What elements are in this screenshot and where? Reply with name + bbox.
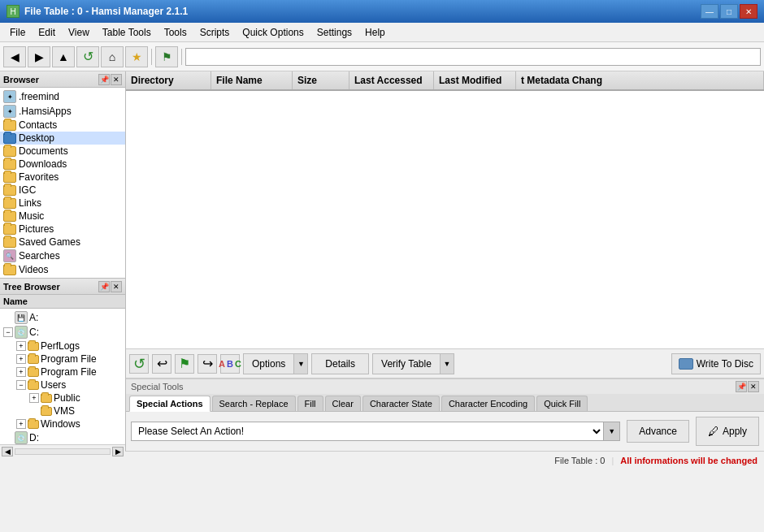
undo-button[interactable]: ↩ (152, 354, 171, 374)
browser-item-links[interactable]: Links (0, 197, 125, 210)
flag-table-button[interactable]: ⚑ (175, 354, 194, 374)
browser-item-freemind[interactable]: ✦ .freemind (0, 89, 125, 104)
expand-public-button[interactable]: + (29, 393, 39, 403)
tree-browser-close-button[interactable]: ✕ (111, 281, 122, 292)
col-size[interactable]: Size (293, 71, 349, 89)
table-header: Directory File Name Size Last Accessed L… (126, 71, 764, 91)
tree-browser-pin-button[interactable]: 📌 (98, 281, 110, 292)
maximize-button[interactable]: □ (720, 4, 738, 19)
menu-view[interactable]: View (62, 24, 96, 41)
options-dropdown: Options ▼ (243, 353, 308, 374)
tab-fill[interactable]: Fill (297, 396, 323, 411)
special-tools-pin-button[interactable]: 📌 (736, 381, 747, 392)
browser-item-pictures[interactable]: Pictures (0, 223, 125, 236)
tree-browser-content[interactable]: 💾 A: − 💿 C: + PerfLogs + (0, 309, 125, 444)
expand-perflogs-button[interactable]: + (16, 341, 26, 351)
browser-item-favorites[interactable]: Favorites (0, 171, 125, 184)
special-tools-tabs: Special Actions Search - Replace Fill Cl… (126, 394, 764, 412)
hamsiapps-icon: ✦ (3, 105, 16, 118)
browser-item-videos[interactable]: Videos (0, 263, 125, 276)
scroll-left-button[interactable]: ◀ (2, 447, 13, 456)
col-last-accessed[interactable]: Last Accessed (349, 71, 434, 89)
special-tools-close-button[interactable]: ✕ (748, 381, 759, 392)
tab-clear[interactable]: Clear (325, 396, 361, 411)
tree-node-programfiles2[interactable]: + Program File (0, 365, 125, 378)
tree-node-vms[interactable]: VMS (0, 404, 125, 417)
menu-edit[interactable]: Edit (32, 24, 62, 41)
browser-item-searches[interactable]: 🔍 Searches (0, 249, 125, 263)
tree-node-a[interactable]: 💾 A: (0, 310, 125, 325)
refresh-button[interactable]: ↺ (76, 46, 99, 67)
browser-item-contacts[interactable]: Contacts (0, 119, 125, 132)
menu-quick-options[interactable]: Quick Options (236, 24, 310, 41)
table-body[interactable] (126, 91, 764, 348)
redo-button[interactable]: ↪ (198, 354, 217, 374)
home-button[interactable]: ⌂ (101, 46, 124, 67)
browser-item-downloads[interactable]: Downloads (0, 158, 125, 171)
tree-node-perflogs[interactable]: + PerfLogs (0, 340, 125, 353)
advance-button[interactable]: Advance (627, 420, 689, 443)
action-select[interactable]: Please Select An Action! (131, 422, 604, 441)
options-button[interactable]: Options (243, 353, 293, 374)
verify-button[interactable]: Verify Table (372, 353, 440, 374)
scroll-right-button[interactable]: ▶ (112, 447, 124, 456)
browser-item-music[interactable]: Music (0, 210, 125, 223)
tab-quick-fill[interactable]: Quick Fill (536, 396, 588, 411)
close-button[interactable]: ✕ (740, 4, 757, 19)
tree-node-c[interactable]: − 💿 C: (0, 325, 125, 340)
minimize-button[interactable]: — (701, 4, 718, 19)
abc-button[interactable]: ABC (220, 354, 240, 374)
menu-tools[interactable]: Tools (158, 24, 193, 41)
browser-item-saved-games[interactable]: Saved Games (0, 236, 125, 249)
tree-node-programfiles1[interactable]: + Program File (0, 353, 125, 365)
browser-item-documents[interactable]: Documents (0, 145, 125, 158)
perflogs-folder-icon (28, 342, 39, 351)
expand-pf2-button[interactable]: + (16, 367, 26, 377)
browser-close-button[interactable]: ✕ (111, 74, 122, 85)
browser-item-desktop[interactable]: Desktop (0, 132, 125, 145)
expand-c-button[interactable]: − (3, 327, 13, 337)
action-dropdown-button[interactable]: ▼ (604, 422, 620, 441)
up-button[interactable]: ▲ (52, 46, 75, 67)
col-directory[interactable]: Directory (126, 71, 211, 89)
apply-button[interactable]: 🖊 Apply (696, 417, 759, 446)
browser-pin-button[interactable]: 📌 (98, 74, 110, 85)
tab-character-encoding[interactable]: Character Encoding (441, 396, 535, 411)
col-filename[interactable]: File Name (211, 71, 293, 89)
expand-pf1-button[interactable]: + (16, 354, 26, 364)
tree-node-public[interactable]: + Public (0, 391, 125, 404)
scroll-track[interactable] (15, 448, 111, 455)
options-dropdown-arrow[interactable]: ▼ (293, 353, 308, 374)
forward-button[interactable]: ▶ (28, 46, 50, 67)
verify-dropdown-arrow[interactable]: ▼ (440, 353, 454, 374)
write-to-disc-button[interactable]: Write To Disc (671, 353, 761, 374)
favorites-folder-icon (3, 172, 16, 183)
menu-file[interactable]: File (3, 24, 32, 41)
refresh-table-button[interactable]: ↺ (129, 354, 149, 374)
col-last-modified[interactable]: Last Modified (434, 71, 516, 89)
menu-scripts[interactable]: Scripts (193, 24, 237, 41)
horizontal-scrollbar[interactable]: ◀ ▶ (0, 444, 125, 457)
menu-settings[interactable]: Settings (310, 24, 358, 41)
expand-users-button[interactable]: − (16, 380, 26, 390)
back-button[interactable]: ◀ (3, 46, 26, 67)
tab-character-state[interactable]: Character State (362, 396, 440, 411)
col-metadata[interactable]: t Metadata Chang (516, 71, 764, 89)
savedgames-folder-icon (3, 237, 16, 248)
address-bar[interactable] (185, 48, 761, 66)
details-button[interactable]: Details (311, 353, 369, 374)
tree-node-users[interactable]: − Users (0, 378, 125, 391)
menu-table-tools[interactable]: Table Tools (96, 24, 158, 41)
tab-search-replace[interactable]: Search - Replace (212, 396, 296, 411)
public-folder-icon (41, 394, 52, 403)
tree-node-d[interactable]: 💿 D: (0, 430, 125, 444)
favorites-button[interactable]: ★ (125, 46, 148, 67)
menu-help[interactable]: Help (358, 24, 392, 41)
flag-button[interactable]: ⚑ (155, 46, 178, 67)
browser-item-hamsiapps[interactable]: ✦ .HamsiApps (0, 104, 125, 119)
tab-special-actions[interactable]: Special Actions (129, 396, 211, 412)
browser-tree[interactable]: ✦ .freemind ✦ .HamsiApps Contacts Deskto… (0, 88, 125, 278)
browser-item-igc[interactable]: IGC (0, 184, 125, 197)
expand-windows-button[interactable]: + (16, 419, 26, 429)
tree-node-windows[interactable]: + Windows (0, 417, 125, 430)
